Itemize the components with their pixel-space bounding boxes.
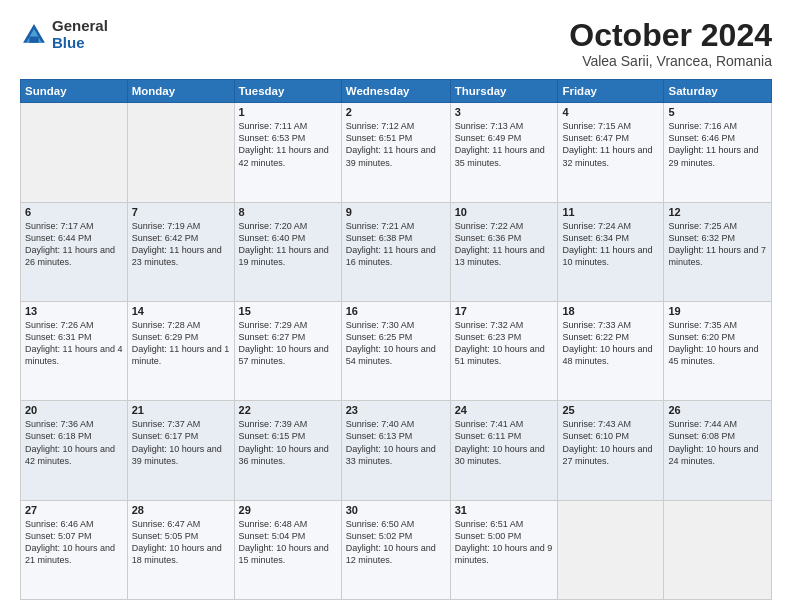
calendar-week-4: 20Sunrise: 7:36 AM Sunset: 6:18 PM Dayli…	[21, 401, 772, 500]
calendar-cell: 20Sunrise: 7:36 AM Sunset: 6:18 PM Dayli…	[21, 401, 128, 500]
day-info: Sunrise: 7:15 AM Sunset: 6:47 PM Dayligh…	[562, 120, 659, 169]
calendar-cell: 23Sunrise: 7:40 AM Sunset: 6:13 PM Dayli…	[341, 401, 450, 500]
calendar-week-2: 6Sunrise: 7:17 AM Sunset: 6:44 PM Daylig…	[21, 202, 772, 301]
calendar-cell: 18Sunrise: 7:33 AM Sunset: 6:22 PM Dayli…	[558, 301, 664, 400]
calendar-header: SundayMondayTuesdayWednesdayThursdayFrid…	[21, 80, 772, 103]
weekday-header-tuesday: Tuesday	[234, 80, 341, 103]
day-info: Sunrise: 7:40 AM Sunset: 6:13 PM Dayligh…	[346, 418, 446, 467]
day-number: 21	[132, 404, 230, 416]
day-number: 12	[668, 206, 767, 218]
day-number: 20	[25, 404, 123, 416]
day-number: 7	[132, 206, 230, 218]
title-block: October 2024 Valea Sarii, Vrancea, Roman…	[569, 18, 772, 69]
calendar-cell: 17Sunrise: 7:32 AM Sunset: 6:23 PM Dayli…	[450, 301, 558, 400]
day-number: 3	[455, 106, 554, 118]
day-number: 13	[25, 305, 123, 317]
calendar-cell: 21Sunrise: 7:37 AM Sunset: 6:17 PM Dayli…	[127, 401, 234, 500]
weekday-header-thursday: Thursday	[450, 80, 558, 103]
calendar-cell	[664, 500, 772, 599]
day-info: Sunrise: 7:32 AM Sunset: 6:23 PM Dayligh…	[455, 319, 554, 368]
calendar-cell	[558, 500, 664, 599]
day-info: Sunrise: 7:24 AM Sunset: 6:34 PM Dayligh…	[562, 220, 659, 269]
day-number: 19	[668, 305, 767, 317]
day-info: Sunrise: 7:21 AM Sunset: 6:38 PM Dayligh…	[346, 220, 446, 269]
weekday-header-monday: Monday	[127, 80, 234, 103]
day-number: 23	[346, 404, 446, 416]
day-info: Sunrise: 7:17 AM Sunset: 6:44 PM Dayligh…	[25, 220, 123, 269]
weekday-header-friday: Friday	[558, 80, 664, 103]
calendar-cell: 22Sunrise: 7:39 AM Sunset: 6:15 PM Dayli…	[234, 401, 341, 500]
calendar-table: SundayMondayTuesdayWednesdayThursdayFrid…	[20, 79, 772, 600]
svg-rect-2	[29, 36, 38, 42]
calendar-cell: 31Sunrise: 6:51 AM Sunset: 5:00 PM Dayli…	[450, 500, 558, 599]
day-info: Sunrise: 7:30 AM Sunset: 6:25 PM Dayligh…	[346, 319, 446, 368]
calendar-cell: 14Sunrise: 7:28 AM Sunset: 6:29 PM Dayli…	[127, 301, 234, 400]
calendar-cell: 26Sunrise: 7:44 AM Sunset: 6:08 PM Dayli…	[664, 401, 772, 500]
calendar-cell: 6Sunrise: 7:17 AM Sunset: 6:44 PM Daylig…	[21, 202, 128, 301]
month-title: October 2024	[569, 18, 772, 53]
weekday-header-row: SundayMondayTuesdayWednesdayThursdayFrid…	[21, 80, 772, 103]
day-number: 22	[239, 404, 337, 416]
day-number: 26	[668, 404, 767, 416]
day-info: Sunrise: 7:29 AM Sunset: 6:27 PM Dayligh…	[239, 319, 337, 368]
day-number: 24	[455, 404, 554, 416]
calendar-cell: 3Sunrise: 7:13 AM Sunset: 6:49 PM Daylig…	[450, 103, 558, 202]
day-info: Sunrise: 7:37 AM Sunset: 6:17 PM Dayligh…	[132, 418, 230, 467]
day-info: Sunrise: 7:12 AM Sunset: 6:51 PM Dayligh…	[346, 120, 446, 169]
calendar-cell	[21, 103, 128, 202]
day-number: 1	[239, 106, 337, 118]
day-info: Sunrise: 6:48 AM Sunset: 5:04 PM Dayligh…	[239, 518, 337, 567]
day-number: 28	[132, 504, 230, 516]
day-info: Sunrise: 7:41 AM Sunset: 6:11 PM Dayligh…	[455, 418, 554, 467]
day-info: Sunrise: 7:39 AM Sunset: 6:15 PM Dayligh…	[239, 418, 337, 467]
calendar-week-3: 13Sunrise: 7:26 AM Sunset: 6:31 PM Dayli…	[21, 301, 772, 400]
calendar-cell: 19Sunrise: 7:35 AM Sunset: 6:20 PM Dayli…	[664, 301, 772, 400]
weekday-header-saturday: Saturday	[664, 80, 772, 103]
day-info: Sunrise: 6:46 AM Sunset: 5:07 PM Dayligh…	[25, 518, 123, 567]
day-info: Sunrise: 7:19 AM Sunset: 6:42 PM Dayligh…	[132, 220, 230, 269]
calendar-cell: 30Sunrise: 6:50 AM Sunset: 5:02 PM Dayli…	[341, 500, 450, 599]
calendar-cell: 9Sunrise: 7:21 AM Sunset: 6:38 PM Daylig…	[341, 202, 450, 301]
day-info: Sunrise: 7:28 AM Sunset: 6:29 PM Dayligh…	[132, 319, 230, 368]
calendar-cell: 1Sunrise: 7:11 AM Sunset: 6:53 PM Daylig…	[234, 103, 341, 202]
calendar-cell: 2Sunrise: 7:12 AM Sunset: 6:51 PM Daylig…	[341, 103, 450, 202]
calendar-cell: 13Sunrise: 7:26 AM Sunset: 6:31 PM Dayli…	[21, 301, 128, 400]
day-info: Sunrise: 7:13 AM Sunset: 6:49 PM Dayligh…	[455, 120, 554, 169]
calendar-cell: 15Sunrise: 7:29 AM Sunset: 6:27 PM Dayli…	[234, 301, 341, 400]
day-info: Sunrise: 7:22 AM Sunset: 6:36 PM Dayligh…	[455, 220, 554, 269]
day-number: 5	[668, 106, 767, 118]
calendar-cell: 28Sunrise: 6:47 AM Sunset: 5:05 PM Dayli…	[127, 500, 234, 599]
day-info: Sunrise: 6:51 AM Sunset: 5:00 PM Dayligh…	[455, 518, 554, 567]
calendar-cell: 8Sunrise: 7:20 AM Sunset: 6:40 PM Daylig…	[234, 202, 341, 301]
day-number: 2	[346, 106, 446, 118]
logo-general: General	[52, 18, 108, 35]
logo-icon	[20, 21, 48, 49]
day-number: 10	[455, 206, 554, 218]
weekday-header-sunday: Sunday	[21, 80, 128, 103]
day-number: 4	[562, 106, 659, 118]
logo: General Blue	[20, 18, 108, 51]
day-number: 9	[346, 206, 446, 218]
calendar-cell: 4Sunrise: 7:15 AM Sunset: 6:47 PM Daylig…	[558, 103, 664, 202]
calendar-cell: 24Sunrise: 7:41 AM Sunset: 6:11 PM Dayli…	[450, 401, 558, 500]
day-info: Sunrise: 7:11 AM Sunset: 6:53 PM Dayligh…	[239, 120, 337, 169]
day-number: 14	[132, 305, 230, 317]
day-info: Sunrise: 7:44 AM Sunset: 6:08 PM Dayligh…	[668, 418, 767, 467]
day-number: 25	[562, 404, 659, 416]
logo-text: General Blue	[52, 18, 108, 51]
day-number: 15	[239, 305, 337, 317]
calendar-cell: 5Sunrise: 7:16 AM Sunset: 6:46 PM Daylig…	[664, 103, 772, 202]
day-number: 18	[562, 305, 659, 317]
day-info: Sunrise: 7:16 AM Sunset: 6:46 PM Dayligh…	[668, 120, 767, 169]
day-number: 29	[239, 504, 337, 516]
day-number: 31	[455, 504, 554, 516]
calendar-cell	[127, 103, 234, 202]
day-info: Sunrise: 7:33 AM Sunset: 6:22 PM Dayligh…	[562, 319, 659, 368]
calendar-cell: 27Sunrise: 6:46 AM Sunset: 5:07 PM Dayli…	[21, 500, 128, 599]
calendar-body: 1Sunrise: 7:11 AM Sunset: 6:53 PM Daylig…	[21, 103, 772, 600]
header: General Blue October 2024 Valea Sarii, V…	[20, 18, 772, 69]
day-info: Sunrise: 7:35 AM Sunset: 6:20 PM Dayligh…	[668, 319, 767, 368]
page: General Blue October 2024 Valea Sarii, V…	[0, 0, 792, 612]
day-info: Sunrise: 6:50 AM Sunset: 5:02 PM Dayligh…	[346, 518, 446, 567]
subtitle: Valea Sarii, Vrancea, Romania	[569, 53, 772, 69]
